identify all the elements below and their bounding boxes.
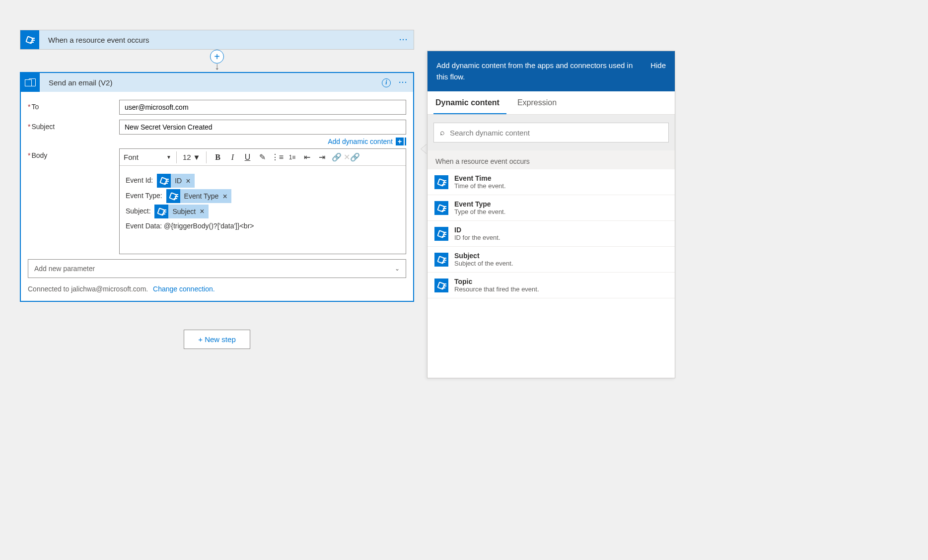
dynamic-content-item[interactable]: Event TimeTime of the event. xyxy=(428,169,675,195)
dc-item-title: ID xyxy=(454,226,500,234)
action-more-button[interactable]: ··· xyxy=(393,78,413,86)
dynamic-content-item[interactable]: TopicResource that fired the event. xyxy=(428,273,675,298)
italic-button[interactable]: I xyxy=(225,150,239,164)
body-label: Body xyxy=(31,151,47,159)
new-step-button[interactable]: + New step xyxy=(184,330,250,349)
body-editor: Font▼ 12▼ B I U ✎ ⋮≡ 1≡ ⇤ ⇥ 🔗 xyxy=(119,148,406,254)
dc-item-title: Event Type xyxy=(454,200,505,208)
body-line3-label: Subject: xyxy=(126,207,151,215)
callout-arrow-icon xyxy=(421,144,427,154)
dynamic-content-item[interactable]: Event TypeType of the event. xyxy=(428,195,675,221)
dc-item-title: Event Time xyxy=(454,174,506,182)
dynamic-content-panel: Add dynamic content from the apps and co… xyxy=(427,51,675,349)
remove-token-icon[interactable]: × xyxy=(200,203,204,220)
body-line4: Event Data: @{triggerBody()?['data']}<br… xyxy=(126,218,400,234)
chevron-down-icon: ⌄ xyxy=(395,265,400,272)
tab-dynamic-content[interactable]: Dynamic content xyxy=(433,91,506,114)
trigger-title: When a resource event occurs xyxy=(39,36,394,44)
hide-panel-button[interactable]: Hide xyxy=(650,60,666,71)
add-action-button[interactable]: + xyxy=(210,50,224,64)
indent-button[interactable]: ⇥ xyxy=(315,150,329,164)
event-grid-icon xyxy=(434,227,448,241)
subject-label: Subject xyxy=(31,123,55,131)
unlink-button: ✕🔗 xyxy=(345,150,358,164)
dc-item-title: Topic xyxy=(454,278,539,285)
send-email-card: Send an email (V2) i ··· *To *Subject Ad… xyxy=(20,72,414,302)
remove-token-icon[interactable]: × xyxy=(186,172,190,190)
event-grid-icon xyxy=(20,30,39,49)
event-grid-icon xyxy=(434,201,448,215)
remove-token-icon[interactable]: × xyxy=(222,188,227,205)
font-size-select[interactable]: 12▼ xyxy=(181,153,203,161)
token-event-type[interactable]: Event Type× xyxy=(166,189,231,203)
body-line1-label: Event Id: xyxy=(126,176,153,184)
dynamic-content-item[interactable]: IDID for the event. xyxy=(428,221,675,247)
link-button[interactable]: 🔗 xyxy=(330,150,344,164)
font-family-select[interactable]: Font▼ xyxy=(123,151,172,163)
editor-toolbar: Font▼ 12▼ B I U ✎ ⋮≡ 1≡ ⇤ ⇥ 🔗 xyxy=(120,149,406,166)
body-line2-label: Event Type: xyxy=(126,192,162,200)
action-title: Send an email (V2) xyxy=(40,78,379,87)
search-icon: ⌕ xyxy=(440,128,445,137)
font-color-button[interactable]: ✎ xyxy=(255,150,269,164)
panel-section-title: When a resource event occurs xyxy=(428,150,675,169)
bullet-list-button[interactable]: ⋮≡ xyxy=(270,150,284,164)
search-box[interactable]: ⌕ xyxy=(433,123,669,142)
underline-button[interactable]: U xyxy=(240,150,254,164)
outlook-icon xyxy=(21,73,40,92)
dc-item-desc: Resource that fired the event. xyxy=(454,285,539,293)
token-id[interactable]: ID× xyxy=(157,174,194,188)
dc-item-desc: ID for the event. xyxy=(454,234,500,241)
subject-input[interactable] xyxy=(119,120,406,135)
trigger-card[interactable]: When a resource event occurs ··· xyxy=(20,30,414,50)
dc-item-desc: Type of the event. xyxy=(454,208,505,215)
connector-arrow: + ↓ xyxy=(20,50,414,72)
dynamic-content-item[interactable]: SubjectSubject of the event. xyxy=(428,247,675,273)
dc-item-desc: Time of the event. xyxy=(454,182,506,190)
to-input[interactable] xyxy=(119,100,406,115)
add-dynamic-content-icon[interactable]: + xyxy=(396,138,406,145)
trigger-more-button[interactable]: ··· xyxy=(394,36,414,44)
event-grid-icon xyxy=(434,175,448,189)
info-button[interactable]: i xyxy=(379,78,393,87)
event-grid-icon xyxy=(434,279,448,292)
outdent-button[interactable]: ⇤ xyxy=(300,150,314,164)
add-parameter-dropdown[interactable]: Add new parameter ⌄ xyxy=(28,259,406,278)
panel-header-text: Add dynamic content from the apps and co… xyxy=(436,60,641,82)
editor-content[interactable]: Event Id: ID× Event Type: Event Type× Su… xyxy=(120,166,406,254)
event-grid-icon xyxy=(434,253,448,267)
change-connection-link[interactable]: Change connection. xyxy=(153,285,215,293)
to-label: To xyxy=(31,103,39,111)
bold-button[interactable]: B xyxy=(211,150,224,164)
number-list-button[interactable]: 1≡ xyxy=(285,150,299,164)
dc-item-title: Subject xyxy=(454,252,513,260)
token-subject[interactable]: Subject× xyxy=(154,205,208,218)
connection-info-text: Connected to jalichwa@microsoft.com. xyxy=(28,285,148,293)
search-input[interactable] xyxy=(450,129,662,137)
dc-item-desc: Subject of the event. xyxy=(454,260,513,267)
tab-expression[interactable]: Expression xyxy=(515,91,564,114)
add-dynamic-content-link[interactable]: Add dynamic content xyxy=(328,138,393,145)
